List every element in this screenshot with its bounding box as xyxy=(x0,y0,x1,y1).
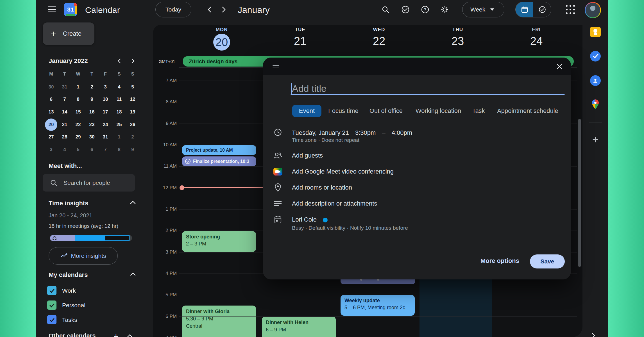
minical-day[interactable]: 5 xyxy=(126,81,139,93)
contacts-icon[interactable] xyxy=(590,75,601,86)
minical-day[interactable]: 6 xyxy=(45,93,57,106)
collapse-other-calendars-icon[interactable] xyxy=(126,334,133,337)
day-header-fri[interactable]: FRI24 xyxy=(517,27,556,47)
minical-day[interactable]: 31 xyxy=(58,81,71,93)
more-insights-button[interactable]: More insights xyxy=(49,247,118,265)
minical-day[interactable]: 24 xyxy=(99,119,112,131)
search-people-input[interactable] xyxy=(64,179,128,186)
work-checkbox[interactable] xyxy=(47,286,56,295)
event-datetime[interactable]: Tuesday, January 21 3:30pm – 4:00pm xyxy=(292,129,412,136)
timezone-repeat-info[interactable]: Time zone · Does not repeat xyxy=(292,137,359,143)
minical-day[interactable]: 3 xyxy=(99,81,112,93)
search-people-field[interactable] xyxy=(43,174,135,192)
next-period-icon[interactable] xyxy=(219,4,229,15)
tab-out-of-office[interactable]: Out of office xyxy=(369,105,403,117)
minical-day[interactable]: 4 xyxy=(58,144,71,156)
maps-icon[interactable] xyxy=(590,99,601,110)
minical-day[interactable]: 28 xyxy=(58,131,71,143)
view-selector-week[interactable]: Week xyxy=(462,2,504,17)
minical-day[interactable]: 9 xyxy=(86,93,98,106)
minical-day[interactable]: 5 xyxy=(72,144,84,156)
event-dinner-with-helen[interactable]: Dinner with Helen 6 – 9 PM xyxy=(262,316,336,337)
minical-day[interactable]: 2 xyxy=(126,131,139,143)
minical-day[interactable]: 23 xyxy=(86,119,98,131)
minical-day[interactable]: 9 xyxy=(126,144,139,156)
minical-day[interactable]: 1 xyxy=(113,131,125,143)
minical-prev-icon[interactable] xyxy=(115,56,124,66)
event-title-input[interactable] xyxy=(292,82,564,95)
minical-day[interactable]: 8 xyxy=(113,144,125,156)
event-weekly-update[interactable]: Weekly update 5 – 6 PM, Meeting room 2c xyxy=(341,295,415,316)
event-finalize-presentation[interactable]: Finalize presentation, 10:3 xyxy=(182,156,256,166)
account-avatar[interactable] xyxy=(585,2,601,18)
event-project-update[interactable]: Project update, 10 AM xyxy=(182,145,256,155)
day-header-mon[interactable]: MON20 xyxy=(202,27,241,51)
minical-day[interactable]: 16 xyxy=(86,106,98,118)
minical-day[interactable]: 7 xyxy=(99,144,112,156)
tasks-icon[interactable] xyxy=(590,51,601,62)
minical-day[interactable]: 27 xyxy=(45,131,57,143)
get-add-ons-icon[interactable]: + xyxy=(590,134,601,145)
day-header-wed[interactable]: WED22 xyxy=(359,27,399,47)
keep-icon[interactable] xyxy=(590,26,601,38)
minical-day[interactable]: 14 xyxy=(58,106,71,118)
add-meet-row[interactable]: Add Google Meet video conferencing xyxy=(292,168,394,175)
minical-day[interactable]: 6 xyxy=(86,144,98,156)
calendar-item-work[interactable]: Work xyxy=(47,286,76,295)
owner-row[interactable]: Lori Cole xyxy=(292,216,328,223)
google-apps-icon[interactable] xyxy=(566,5,575,15)
settings-gear-icon[interactable] xyxy=(439,4,450,15)
minical-day[interactable]: 30 xyxy=(86,131,98,143)
minical-day[interactable]: 7 xyxy=(58,93,71,106)
minical-day[interactable]: 18 xyxy=(113,106,125,118)
tab-task[interactable]: Task xyxy=(472,105,485,117)
minical-day[interactable]: 2 xyxy=(86,81,98,93)
minical-day[interactable]: 11 xyxy=(113,93,125,106)
event-dinner-with-gloria[interactable]: Dinner with Gloria 5:30 – 9 PM Central xyxy=(182,306,256,337)
save-button[interactable]: Save xyxy=(530,254,565,268)
minical-day[interactable]: 12 xyxy=(126,93,139,106)
grid-scrollbar[interactable] xyxy=(578,119,581,267)
day-header-tue[interactable]: TUE21 xyxy=(280,27,320,47)
minical-day[interactable]: 4 xyxy=(113,81,125,93)
add-location-row[interactable]: Add rooms or location xyxy=(292,184,352,191)
owner-status[interactable]: Busy · Default visibility · Notify 10 mi… xyxy=(292,225,408,231)
personal-checkbox[interactable] xyxy=(47,300,56,310)
tasks-checkbox[interactable] xyxy=(47,315,56,324)
tab-appointment-schedule[interactable]: Appointment schedule xyxy=(497,105,558,117)
help-icon[interactable]: ? xyxy=(419,4,431,15)
minical-day[interactable]: 15 xyxy=(72,106,84,118)
add-other-calendar-icon[interactable]: + xyxy=(114,332,119,337)
minical-day[interactable]: 10 xyxy=(99,93,112,106)
minical-day[interactable]: 17 xyxy=(99,106,112,118)
minical-day[interactable]: 29 xyxy=(72,131,84,143)
prev-period-icon[interactable] xyxy=(205,4,215,15)
minical-day[interactable]: 21 xyxy=(58,119,71,131)
add-guests-row[interactable]: Add guests xyxy=(292,152,323,159)
chevron-right-icon[interactable] xyxy=(590,333,596,337)
tab-focus-time[interactable]: Focus time xyxy=(328,105,359,117)
minical-day[interactable]: 8 xyxy=(72,93,84,106)
minical-day[interactable]: 26 xyxy=(126,119,139,131)
minical-day[interactable]: 22 xyxy=(72,119,84,131)
minical-day[interactable]: 31 xyxy=(99,131,112,143)
tasks-view-toggle-icon[interactable] xyxy=(533,2,551,17)
minical-day[interactable]: 30 xyxy=(45,81,57,93)
collapse-my-calendars-icon[interactable] xyxy=(129,270,138,279)
calendar-item-tasks[interactable]: Tasks xyxy=(47,315,77,324)
tab-event[interactable]: Event xyxy=(292,105,321,117)
add-description-row[interactable]: Add description or attachments xyxy=(292,200,377,207)
close-icon[interactable] xyxy=(554,61,565,72)
event-store-opening[interactable]: Store opening 2 – 3 PM xyxy=(182,231,256,252)
day-header-thu[interactable]: THU23 xyxy=(438,27,477,47)
minical-day[interactable]: 19 xyxy=(126,106,139,118)
minical-day[interactable]: 3 xyxy=(45,144,57,156)
check-circle-icon[interactable] xyxy=(400,4,411,15)
search-icon[interactable] xyxy=(380,4,391,15)
minical-day[interactable]: 20 xyxy=(45,119,57,131)
main-menu-icon[interactable] xyxy=(47,6,57,13)
today-button[interactable]: Today xyxy=(155,2,191,17)
minical-day[interactable]: 13 xyxy=(45,106,57,118)
calendar-view-toggle-icon[interactable] xyxy=(516,2,533,17)
minical-day[interactable]: 25 xyxy=(113,119,125,131)
